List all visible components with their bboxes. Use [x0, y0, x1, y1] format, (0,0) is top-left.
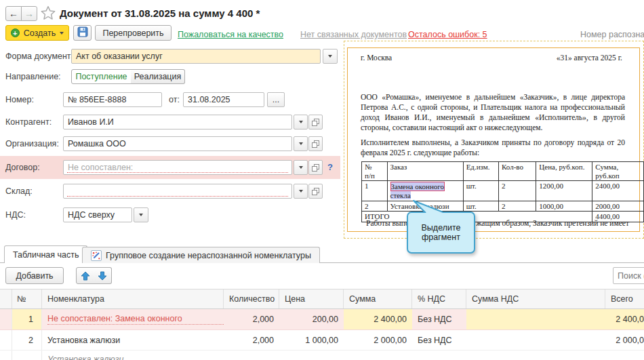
doc-date: «31» августа 2025 г. [557, 53, 622, 63]
contract-input[interactable]: Не сопоставлен: [63, 160, 292, 175]
col-sum[interactable]: Сумма [344, 289, 412, 308]
cell-sum: 2 000,00 [344, 330, 412, 350]
table-row[interactable]: 2 Установка жалюзи 2,000 1 000,00 2 000,… [0, 330, 644, 351]
direction-toggle-out[interactable]: Реализация [131, 69, 185, 84]
chevron-down-icon [299, 142, 303, 145]
contractor-open-button[interactable] [308, 115, 323, 129]
tooltip-tail [408, 199, 449, 213]
arrow-down-icon [97, 271, 108, 281]
table-header-row: № Номенклатура Количество Цена Сумма % Н… [0, 289, 644, 309]
page-title: Документ от 31.08.2025 на сумму 4 400 * [60, 5, 260, 22]
contract-help-icon[interactable]: ? [327, 161, 337, 174]
tooltip-bubble: Выделите фрагмент [407, 212, 475, 254]
organization-dropdown-button[interactable] [294, 136, 308, 151]
col-total[interactable]: Всего [605, 289, 644, 308]
date-input[interactable]: 31.08.2025 [183, 92, 264, 107]
doc-col-sum: Сумма, [595, 163, 618, 171]
doc-col-qty: Кол-во [499, 162, 536, 181]
number-label: Номер: [5, 92, 34, 107]
cell-num: 2 [12, 330, 42, 350]
move-up-button[interactable] [76, 267, 94, 284]
doc-table-header-row: №п/п Заказ Ед.изм. Кол-во Цена, руб.коп.… [362, 162, 644, 181]
date-ellipsis-button[interactable]: ... [267, 92, 285, 107]
doc-col-order: Заказ [387, 162, 463, 181]
tooltip-text: Выделите фрагмент [408, 223, 474, 242]
contractor-input[interactable]: Иванов И.И [63, 115, 292, 129]
forward-arrow-icon: → [24, 8, 34, 19]
complain-quality-link[interactable]: Пожаловаться на качество [178, 28, 283, 41]
col-quantity[interactable]: Количество [224, 289, 279, 308]
arrow-up-icon [80, 271, 91, 281]
cell-vat-sum [466, 330, 605, 350]
cell-quantity: 2,000 [224, 330, 279, 350]
document-window: ← → Документ от 31.08.2025 на сумму 4 40… [0, 0, 644, 360]
open-in-list-icon [311, 118, 320, 127]
no-linked-documents-link[interactable]: Нет связанных документов [300, 28, 407, 41]
warehouse-input[interactable] [63, 184, 292, 199]
add-row-button[interactable]: Добавить [5, 267, 64, 284]
doc-paragraph-1: ООО «Ромашка», именуемое в дальнейшем «З… [361, 92, 625, 133]
cell-price: 1 000,00 [279, 330, 344, 350]
warehouse-open-button[interactable] [308, 184, 323, 199]
contract-open-button[interactable] [308, 160, 323, 175]
save-button[interactable] [73, 25, 92, 41]
back-button[interactable]: ← [5, 6, 22, 21]
search-input[interactable] [613, 267, 644, 284]
col-vat-sum[interactable]: Сумма НДС [466, 289, 605, 308]
col-price[interactable]: Цена [279, 289, 344, 308]
chevron-down-icon [60, 32, 64, 35]
tab-label: Табличная часть [13, 250, 79, 260]
organization-open-button[interactable] [308, 136, 323, 151]
selected-fragment[interactable]: Замена оконного [390, 182, 445, 191]
date-prefix-label: от: [169, 92, 180, 107]
ellipsis-icon: ... [273, 96, 279, 103]
cell-total: 2 000,00 [605, 330, 644, 350]
doc-form-dropdown-button[interactable] [323, 49, 338, 64]
cell-vat-sum [466, 309, 605, 329]
add-button-label: Добавить [16, 271, 53, 281]
tab-group-create[interactable]: Групповое создание нераспознанной номенк… [82, 247, 320, 263]
magic-wand-icon [91, 250, 102, 261]
tab-table-part[interactable]: Табличная часть [4, 245, 87, 263]
chevron-down-icon [299, 166, 303, 169]
contractor-label: Контрагент: [5, 115, 52, 129]
col-nomenclature[interactable]: Номенклатура [42, 289, 224, 308]
doc-table: №п/п Заказ Ед.изм. Кол-во Цена, руб.коп.… [361, 161, 644, 222]
tab-label: Групповое создание нераспознанной номенк… [106, 251, 311, 260]
number-input[interactable]: № 856ЕЕ-8888 [63, 92, 162, 107]
cell-sum: 2 400,00 [344, 309, 412, 329]
contract-dropdown-button[interactable] [294, 160, 308, 175]
chevron-down-icon [328, 55, 332, 58]
doc-footer-right: жащим образом, Заказчик претензий не име… [476, 218, 629, 228]
open-in-list-icon [311, 187, 320, 196]
col-num[interactable]: № [12, 289, 42, 308]
doc-form-label: Форма документа: [5, 49, 78, 64]
source-text-note: Установка жалюзи [42, 351, 224, 360]
create-button[interactable]: + Создать [5, 25, 69, 41]
doc-form-input[interactable]: Акт об оказании услуг [71, 49, 321, 64]
favorite-star-icon[interactable] [41, 5, 56, 22]
table-note-row: Установка жалюзи [0, 351, 644, 360]
cell-vat: Без НДС [412, 309, 466, 329]
chevron-down-icon [299, 190, 303, 193]
vat-dropdown-button[interactable] [134, 207, 148, 222]
recheck-button[interactable]: Перепроверить [95, 25, 172, 41]
chevron-down-icon [299, 121, 303, 123]
vat-select[interactable]: НДС сверху [63, 207, 132, 222]
table-row[interactable]: 1 Не сопоставлен: Замена оконного 2,000 … [0, 309, 644, 330]
organization-input[interactable]: Ромашка ООО [63, 136, 292, 151]
cell-nomenclature: Установка жалюзи [42, 330, 224, 350]
cell-total: 2 400,00 [605, 309, 644, 329]
forward-button[interactable]: → [21, 6, 37, 21]
contractor-dropdown-button[interactable] [294, 115, 308, 129]
open-in-list-icon [311, 163, 320, 172]
organization-label: Организация: [5, 136, 59, 151]
back-arrow-icon: ← [9, 8, 18, 19]
move-down-button[interactable] [94, 267, 112, 284]
direction-out-label: Реализация [134, 72, 182, 81]
errors-left-link[interactable]: Осталось ошибок: 5 [408, 28, 487, 41]
contract-placeholder: Не сопоставлен: [68, 163, 133, 172]
warehouse-dropdown-button[interactable] [294, 184, 308, 199]
col-vat[interactable]: % НДС [412, 289, 466, 308]
direction-toggle-in[interactable]: Поступление [71, 69, 132, 84]
